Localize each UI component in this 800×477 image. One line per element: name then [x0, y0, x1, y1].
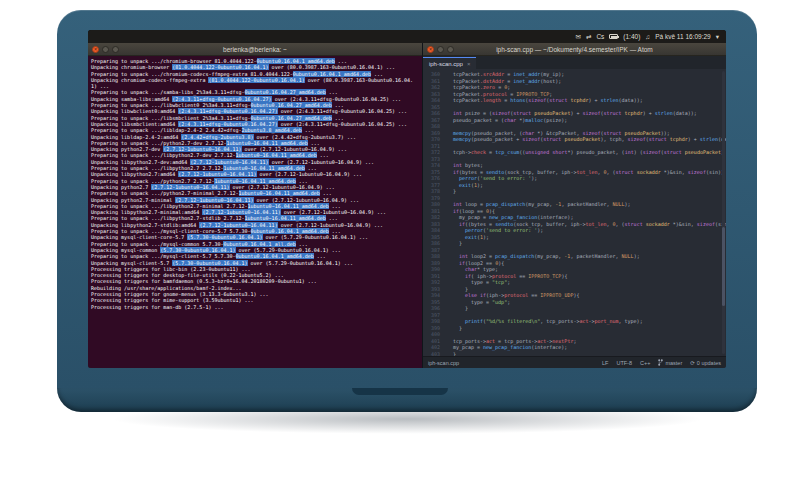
tab-bar: iph-scan.cpp × [423, 56, 726, 69]
battery-label: (1:40) [623, 33, 640, 40]
status-encoding[interactable]: UTF-8 [616, 360, 632, 366]
clock[interactable]: Pá kvě 11 16:09:29 [655, 33, 711, 40]
code-editor[interactable]: 3603613623633643653663673683693703713723… [423, 69, 726, 356]
tab-iph-scan[interactable]: iph-scan.cpp × [423, 57, 477, 69]
status-branch[interactable]: master [658, 359, 682, 366]
minimize-button[interactable] [437, 46, 444, 53]
code-line: } [447, 351, 726, 357]
terminal-line: Unpacking chromium-codecs-ffmpeg-extra (… [91, 77, 419, 90]
laptop: ✉ ⇄ Cs (1:40) ♫ Pá kvě 11 16:09:29 ▾ × [57, 10, 757, 388]
atom-window: × iph-scan.cpp — ~/Dokumenty/4.semester/… [423, 43, 726, 368]
system-topbar: ✉ ⇄ Cs (1:40) ♫ Pá kvě 11 16:09:29 ▾ [88, 30, 726, 43]
status-sync-label: 0 updates [697, 360, 721, 366]
battery-icon[interactable] [609, 34, 618, 39]
scrollbar-thumb[interactable] [722, 227, 725, 306]
maximize-button[interactable] [447, 46, 454, 53]
page: ✉ ⇄ Cs (1:40) ♫ Pá kvě 11 16:09:29 ▾ × [0, 0, 800, 477]
session-menu-icon[interactable]: ▾ [716, 30, 719, 43]
minimize-button[interactable] [102, 46, 109, 53]
status-grammar[interactable]: C++ [640, 360, 650, 366]
sound-icon[interactable]: ♫ [645, 30, 650, 43]
maximize-button[interactable] [112, 46, 119, 53]
line-number-gutter: 3603613623633643653663673683693703713723… [423, 69, 443, 356]
terminal-window: × berlenka@berlenka: ~ Preparing to unpa… [88, 43, 423, 368]
status-line-ending[interactable]: LF [602, 360, 608, 366]
screen: ✉ ⇄ Cs (1:40) ♫ Pá kvě 11 16:09:29 ▾ × [88, 30, 726, 368]
sync-icon: ⟳ [690, 360, 695, 366]
code-area[interactable]: tcpPacket.srcAddr = inet_addr(my_ip); tc… [443, 69, 726, 356]
code-line: memcpy(pseudo_packet + sizeof(struct pse… [447, 136, 726, 143]
close-button[interactable]: × [92, 46, 99, 53]
status-sync[interactable]: ⟳ 0 updates [690, 360, 721, 366]
terminal-window-controls: × [92, 46, 119, 53]
close-button[interactable]: × [427, 46, 434, 53]
atom-title: iph-scan.cpp — ~/Dokumenty/4.semester/IP… [423, 46, 726, 53]
keyboard-layout-indicator[interactable]: Cs [596, 33, 604, 40]
git-branch-icon [658, 359, 663, 366]
atom-window-controls: × [427, 46, 454, 53]
network-icon[interactable]: ⇄ [586, 30, 591, 43]
editor-scrollbar[interactable] [722, 71, 725, 354]
status-bar: iph-scan.cpp LF UTF-8 C++ master ⟳ 0 upd… [423, 356, 726, 368]
laptop-hinge-notch [352, 388, 448, 395]
terminal-titlebar[interactable]: × berlenka@berlenka: ~ [88, 43, 422, 56]
desktop: × berlenka@berlenka: ~ Preparing to unpa… [88, 43, 726, 368]
line-number: 403 [423, 351, 440, 358]
terminal-output[interactable]: Preparing to unpack .../chromium-browser… [88, 56, 422, 368]
code-line: tcph->check = tcp_csum((unsigned short*)… [447, 149, 726, 156]
status-branch-label: master [665, 360, 682, 366]
terminal-title: berlenka@berlenka: ~ [88, 46, 422, 53]
tab-close-icon[interactable]: × [467, 58, 471, 70]
atom-titlebar[interactable]: × iph-scan.cpp — ~/Dokumenty/4.semester/… [423, 43, 726, 56]
mail-icon[interactable]: ✉ [575, 30, 580, 43]
tab-label: iph-scan.cpp [429, 58, 463, 70]
status-file[interactable]: iph-scan.cpp [428, 360, 459, 366]
terminal-line: Processing triggers for man-db (2.7.5-1)… [91, 304, 419, 310]
